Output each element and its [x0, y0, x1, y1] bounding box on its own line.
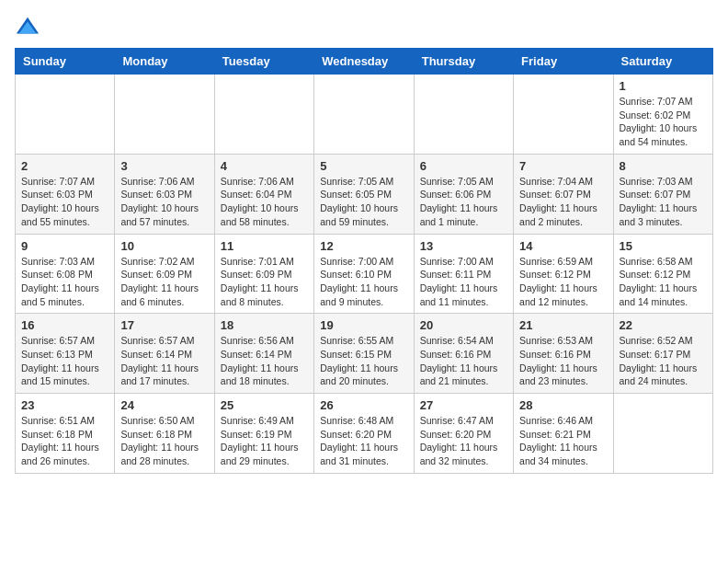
weekday-header-sunday: Sunday [16, 49, 115, 75]
calendar-cell: 18Sunrise: 6:56 AM Sunset: 6:14 PM Dayli… [214, 314, 313, 394]
calendar-cell: 8Sunrise: 7:03 AM Sunset: 6:07 PM Daylig… [613, 154, 712, 234]
day-info: Sunrise: 7:00 AM Sunset: 6:10 PM Dayligh… [320, 255, 407, 309]
day-info: Sunrise: 7:06 AM Sunset: 6:04 PM Dayligh… [221, 175, 308, 229]
weekday-header-wednesday: Wednesday [314, 49, 414, 75]
day-number: 4 [221, 159, 308, 173]
day-number: 9 [21, 239, 108, 253]
calendar-cell: 23Sunrise: 6:51 AM Sunset: 6:18 PM Dayli… [16, 394, 115, 474]
page-header [15, 15, 713, 40]
calendar-cell: 6Sunrise: 7:05 AM Sunset: 6:06 PM Daylig… [414, 154, 513, 234]
day-number: 12 [320, 239, 407, 253]
calendar-week-1: 1Sunrise: 7:07 AM Sunset: 6:02 PM Daylig… [16, 75, 713, 155]
calendar-cell [414, 75, 513, 155]
calendar-cell: 13Sunrise: 7:00 AM Sunset: 6:11 PM Dayli… [414, 234, 513, 314]
calendar-week-5: 23Sunrise: 6:51 AM Sunset: 6:18 PM Dayli… [16, 394, 713, 474]
calendar-week-2: 2Sunrise: 7:07 AM Sunset: 6:03 PM Daylig… [16, 154, 713, 234]
calendar-cell [214, 75, 313, 155]
day-info: Sunrise: 6:57 AM Sunset: 6:13 PM Dayligh… [21, 334, 108, 388]
calendar-cell: 25Sunrise: 6:49 AM Sunset: 6:19 PM Dayli… [214, 394, 313, 474]
day-number: 19 [320, 318, 407, 332]
day-info: Sunrise: 7:00 AM Sunset: 6:11 PM Dayligh… [420, 255, 507, 309]
day-info: Sunrise: 6:54 AM Sunset: 6:16 PM Dayligh… [420, 334, 507, 388]
day-number: 14 [519, 239, 607, 253]
day-number: 3 [120, 159, 208, 173]
calendar-week-4: 16Sunrise: 6:57 AM Sunset: 6:13 PM Dayli… [16, 314, 713, 394]
day-number: 22 [620, 318, 707, 332]
day-number: 18 [221, 318, 308, 332]
day-info: Sunrise: 6:49 AM Sunset: 6:19 PM Dayligh… [221, 414, 308, 468]
day-info: Sunrise: 7:07 AM Sunset: 6:03 PM Dayligh… [21, 175, 108, 229]
day-info: Sunrise: 6:56 AM Sunset: 6:14 PM Dayligh… [221, 334, 308, 388]
calendar-cell: 5Sunrise: 7:05 AM Sunset: 6:05 PM Daylig… [314, 154, 414, 234]
day-info: Sunrise: 7:05 AM Sunset: 6:06 PM Dayligh… [420, 175, 507, 229]
calendar-cell: 22Sunrise: 6:52 AM Sunset: 6:17 PM Dayli… [613, 314, 712, 394]
calendar-cell [514, 75, 613, 155]
day-number: 8 [620, 159, 707, 173]
day-number: 21 [519, 318, 607, 332]
calendar-week-3: 9Sunrise: 7:03 AM Sunset: 6:08 PM Daylig… [16, 234, 713, 314]
day-number: 10 [120, 239, 208, 253]
day-number: 7 [519, 159, 607, 173]
weekday-header-monday: Monday [115, 49, 214, 75]
day-info: Sunrise: 6:55 AM Sunset: 6:15 PM Dayligh… [320, 334, 407, 388]
day-info: Sunrise: 6:52 AM Sunset: 6:17 PM Dayligh… [620, 334, 707, 388]
day-number: 5 [320, 159, 407, 173]
day-number: 16 [21, 318, 108, 332]
weekday-header-friday: Friday [514, 49, 613, 75]
weekday-header-tuesday: Tuesday [214, 49, 313, 75]
day-info: Sunrise: 6:58 AM Sunset: 6:12 PM Dayligh… [620, 255, 707, 309]
day-number: 26 [320, 398, 407, 412]
calendar-cell: 19Sunrise: 6:55 AM Sunset: 6:15 PM Dayli… [314, 314, 414, 394]
calendar-cell: 16Sunrise: 6:57 AM Sunset: 6:13 PM Dayli… [16, 314, 115, 394]
day-info: Sunrise: 6:47 AM Sunset: 6:20 PM Dayligh… [420, 414, 507, 468]
calendar-header-row: SundayMondayTuesdayWednesdayThursdayFrid… [16, 49, 713, 75]
day-number: 28 [519, 398, 607, 412]
day-info: Sunrise: 7:01 AM Sunset: 6:09 PM Dayligh… [221, 255, 308, 309]
calendar-cell: 1Sunrise: 7:07 AM Sunset: 6:02 PM Daylig… [613, 75, 712, 155]
calendar-cell: 21Sunrise: 6:53 AM Sunset: 6:16 PM Dayli… [514, 314, 613, 394]
day-info: Sunrise: 6:51 AM Sunset: 6:18 PM Dayligh… [21, 414, 108, 468]
day-info: Sunrise: 7:04 AM Sunset: 6:07 PM Dayligh… [519, 175, 607, 229]
calendar-cell: 12Sunrise: 7:00 AM Sunset: 6:10 PM Dayli… [314, 234, 414, 314]
calendar-cell: 3Sunrise: 7:06 AM Sunset: 6:03 PM Daylig… [115, 154, 214, 234]
weekday-header-thursday: Thursday [414, 49, 513, 75]
day-info: Sunrise: 6:46 AM Sunset: 6:21 PM Dayligh… [519, 414, 607, 468]
day-info: Sunrise: 7:06 AM Sunset: 6:03 PM Dayligh… [120, 175, 208, 229]
day-number: 27 [420, 398, 507, 412]
calendar-cell: 2Sunrise: 7:07 AM Sunset: 6:03 PM Daylig… [16, 154, 115, 234]
calendar-cell: 14Sunrise: 6:59 AM Sunset: 6:12 PM Dayli… [514, 234, 613, 314]
day-info: Sunrise: 7:02 AM Sunset: 6:09 PM Dayligh… [120, 255, 208, 309]
day-number: 25 [221, 398, 308, 412]
calendar-cell: 24Sunrise: 6:50 AM Sunset: 6:18 PM Dayli… [115, 394, 214, 474]
day-number: 1 [620, 79, 707, 93]
calendar-cell: 17Sunrise: 6:57 AM Sunset: 6:14 PM Dayli… [115, 314, 214, 394]
day-number: 24 [120, 398, 208, 412]
calendar-cell [16, 75, 115, 155]
day-number: 20 [420, 318, 507, 332]
day-info: Sunrise: 6:50 AM Sunset: 6:18 PM Dayligh… [120, 414, 208, 468]
calendar-cell: 9Sunrise: 7:03 AM Sunset: 6:08 PM Daylig… [16, 234, 115, 314]
calendar-cell [613, 394, 712, 474]
day-info: Sunrise: 6:48 AM Sunset: 6:20 PM Dayligh… [320, 414, 407, 468]
day-info: Sunrise: 7:03 AM Sunset: 6:07 PM Dayligh… [620, 175, 707, 229]
day-info: Sunrise: 6:59 AM Sunset: 6:12 PM Dayligh… [519, 255, 607, 309]
day-info: Sunrise: 7:03 AM Sunset: 6:08 PM Dayligh… [21, 255, 108, 309]
logo-icon [15, 15, 40, 40]
calendar-cell [115, 75, 214, 155]
calendar-cell: 27Sunrise: 6:47 AM Sunset: 6:20 PM Dayli… [414, 394, 513, 474]
day-info: Sunrise: 6:57 AM Sunset: 6:14 PM Dayligh… [120, 334, 208, 388]
logo [15, 15, 44, 40]
calendar-cell: 10Sunrise: 7:02 AM Sunset: 6:09 PM Dayli… [115, 234, 214, 314]
weekday-header-saturday: Saturday [613, 49, 712, 75]
day-info: Sunrise: 7:07 AM Sunset: 6:02 PM Dayligh… [620, 95, 707, 149]
calendar-cell: 7Sunrise: 7:04 AM Sunset: 6:07 PM Daylig… [514, 154, 613, 234]
day-info: Sunrise: 6:53 AM Sunset: 6:16 PM Dayligh… [519, 334, 607, 388]
day-number: 23 [21, 398, 108, 412]
day-number: 11 [221, 239, 308, 253]
day-number: 2 [21, 159, 108, 173]
day-info: Sunrise: 7:05 AM Sunset: 6:05 PM Dayligh… [320, 175, 407, 229]
day-number: 13 [420, 239, 507, 253]
calendar-table: SundayMondayTuesdayWednesdayThursdayFrid… [15, 48, 713, 474]
calendar-cell: 15Sunrise: 6:58 AM Sunset: 6:12 PM Dayli… [613, 234, 712, 314]
day-number: 17 [120, 318, 208, 332]
